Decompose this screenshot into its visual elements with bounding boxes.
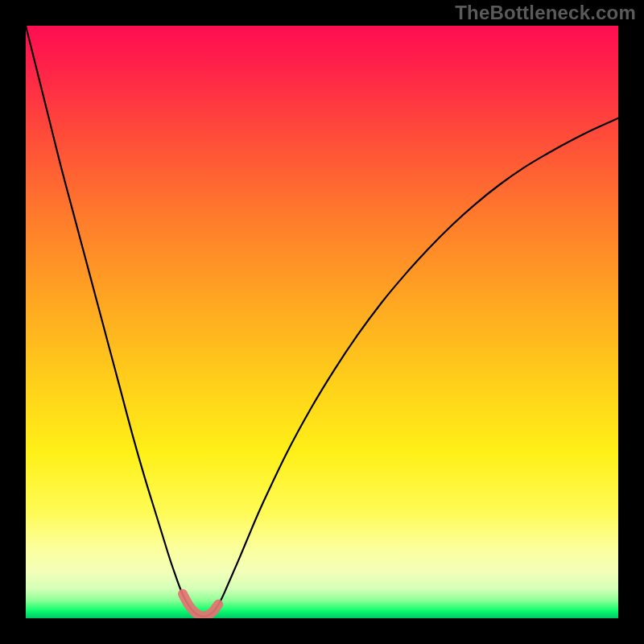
plot-area [26, 26, 618, 618]
optimal-range-marker [183, 594, 218, 616]
bottleneck-curve-line [26, 26, 618, 617]
curve-layer [26, 26, 618, 618]
chart-container: TheBottleneck.com [0, 0, 644, 644]
watermark-text: TheBottleneck.com [455, 2, 636, 24]
